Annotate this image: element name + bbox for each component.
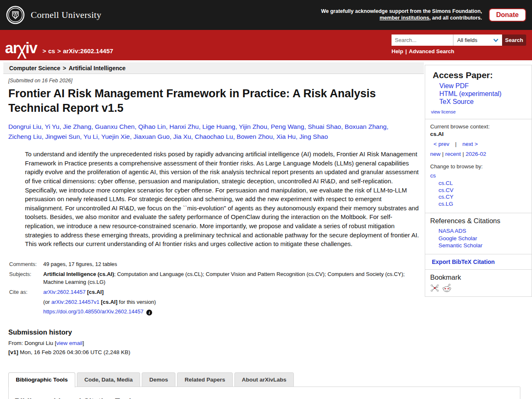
labs-tab[interactable]: Bibliographic Tools (8, 372, 75, 387)
author-link[interactable]: Qihao Lin (138, 123, 166, 130)
cornell-logo-link[interactable]: Cornell University (6, 5, 101, 25)
references-title: References & Citations (430, 217, 527, 225)
cite-label: Cite as: (9, 287, 43, 297)
browse-sub-link[interactable]: cs.CL (438, 180, 453, 186)
donate-button[interactable]: Donate (489, 8, 526, 22)
subsection-link[interactable]: Artificial Intelligence (69, 65, 126, 71)
arxiv-nav: arχiv >cs>arXiv:2602.14457 All fields Se… (0, 30, 532, 60)
references-links: NASA ADSGoogle ScholarSemantic Scholar (438, 227, 527, 249)
breadcrumb-separator: > (63, 65, 66, 71)
author-link[interactable]: Bowen Zhou (236, 133, 273, 140)
submission-history-heading: Submission history (8, 328, 424, 336)
advanced-search-link[interactable]: Advanced Search (409, 48, 454, 54)
bibsonomy-icon[interactable] (430, 284, 439, 292)
metadata-table: Comments: 49 pages, 17 figures, 12 table… (9, 260, 413, 317)
doi-row: https://doi.org/10.48550/arXiv.2602.1445… (9, 307, 413, 317)
author-link[interactable]: Jiaxuan Guo (133, 133, 170, 140)
author-link[interactable]: Chaochao Lu (195, 133, 233, 140)
subject-breadcrumb: Computer Science>Artificial Intelligence (3, 62, 424, 74)
reference-link-item: NASA ADS (438, 227, 527, 235)
author-link[interactable]: Hanxi Zhu (170, 123, 199, 130)
breadcrumb-separator: > (42, 47, 46, 54)
new-link[interactable]: new (430, 151, 441, 157)
cite-arxiv-id-link[interactable]: arXiv:2602.14457 (43, 289, 86, 295)
access-link-item: HTML (experimental) (439, 90, 527, 98)
author-link[interactable]: Yijin Zhou (239, 123, 267, 130)
browse-sub-link[interactable]: cs.CV (438, 187, 453, 193)
nav-breadcrumb: >cs>arXiv:2602.14457 (40, 47, 113, 54)
labs-tab-label[interactable]: Bibliographic Tools (8, 372, 75, 387)
labs-tab[interactable]: About arXivLabs (234, 372, 294, 387)
cite-version-link[interactable]: arXiv:2602.14457v1 (52, 299, 100, 305)
subjects-label: Subjects: (9, 270, 43, 288)
cornell-header: Cornell University We gratefully acknowl… (0, 0, 532, 30)
author-link[interactable]: Shuai Shao (308, 123, 341, 130)
recent-link[interactable]: recent (445, 151, 461, 157)
search-input[interactable] (392, 34, 453, 46)
author-link[interactable]: Dongrui Liu (8, 123, 41, 130)
author-link[interactable]: Lige Huang (202, 123, 235, 130)
subjects-value: Artificial Intelligence (cs.AI); Computa… (43, 270, 413, 288)
submitted-date: [Submitted on 16 Feb 2026] (8, 78, 424, 84)
info-icon[interactable]: i (146, 310, 152, 315)
author-link[interactable]: Peng Wang (271, 123, 304, 130)
reference-link[interactable]: NASA ADS (438, 228, 466, 234)
browse-sub-item: cs.CY (438, 194, 527, 201)
author-link[interactable]: Jing Shao (299, 133, 328, 140)
arxiv-logo[interactable]: arχiv (5, 39, 37, 57)
labs-tab-label[interactable]: About arXivLabs (234, 372, 294, 387)
author-link[interactable]: Jie Zhang (63, 123, 91, 130)
references-citations-box: References & Citations NASA ADSGoogle Sc… (425, 213, 532, 254)
next-link[interactable]: next > (462, 141, 478, 147)
pipe-separator: | (463, 151, 464, 157)
labs-tab-bar: Bibliographic ToolsCode, Data, MediaDemo… (8, 372, 424, 387)
access-link[interactable]: HTML (experimental) (439, 90, 502, 97)
doi-link[interactable]: https://doi.org/10.48550/arXiv.2602.1445… (43, 308, 143, 315)
section-link[interactable]: Computer Science (9, 65, 60, 71)
reddit-icon[interactable] (442, 283, 452, 293)
author-link[interactable]: Yu Li (84, 133, 98, 140)
author-link[interactable]: Yuejin Xie (101, 133, 130, 140)
browse-context-label: Current browse context: (430, 123, 527, 130)
labs-tab[interactable]: Related Papers (177, 372, 233, 387)
prev-link[interactable]: < prev (433, 141, 449, 147)
author-link[interactable]: Xia Hu (276, 133, 296, 140)
search-help-row: Help|Advanced Search (392, 48, 526, 54)
cite-version-row: (or arXiv:2602.14457v1 [cs.AI] for this … (9, 297, 413, 307)
help-link[interactable]: Help (392, 48, 403, 54)
search-button[interactable]: Search (502, 34, 526, 46)
author-link[interactable]: Yi Yu (45, 123, 59, 130)
labs-tab-label[interactable]: Code, Data, Media (77, 372, 140, 387)
version-prefix: (or (43, 299, 52, 305)
access-link[interactable]: TeX Source (439, 98, 474, 105)
paper-column: Computer Science>Artificial Intelligence… (0, 62, 424, 399)
arxiv-logo-chi: χ (17, 42, 27, 55)
labs-tab[interactable]: Code, Data, Media (77, 372, 140, 387)
export-bibtex-link[interactable]: Export BibTeX Citation (432, 259, 495, 265)
view-email-link[interactable]: view email (57, 340, 83, 346)
nav-cs-link[interactable]: cs (48, 47, 55, 54)
labs-tab-label[interactable]: Related Papers (177, 372, 233, 387)
browse-cs-link[interactable]: cs (430, 172, 436, 179)
submission-from: From: Dongrui Liu [view email] (8, 340, 424, 346)
author-link[interactable]: Jingwei Sun (45, 133, 80, 140)
v1-text: Mon, 16 Feb 2026 04:30:06 UTC (2,248 KB) (18, 349, 130, 355)
search-field-select[interactable]: All fields (453, 34, 502, 46)
access-link[interactable]: View PDF (439, 82, 469, 89)
labs-tab-label[interactable]: Demos (142, 372, 175, 387)
author-link[interactable]: Zicheng Liu (8, 133, 42, 140)
author-link[interactable]: Jia Xu (173, 133, 191, 140)
view-license-link[interactable]: view license (431, 109, 456, 114)
member-institutions-link[interactable]: member institutions (379, 15, 429, 21)
month-link[interactable]: 2026-02 (466, 151, 486, 157)
reference-link[interactable]: Google Scholar (438, 235, 477, 241)
author-link[interactable]: Boxuan Zhang (345, 123, 387, 130)
labs-tab[interactable]: Demos (142, 372, 175, 387)
cite-row: Cite as: arXiv:2602.14457 [cs.AI] (9, 287, 413, 297)
authors-list: Dongrui Liu, Yi Yu, Jie Zhang, Guanxu Ch… (8, 122, 407, 142)
browse-sub-link[interactable]: cs.CY (438, 194, 453, 200)
author-link[interactable]: Guanxu Chen (95, 123, 135, 130)
reference-link[interactable]: Semantic Scholar (438, 242, 483, 249)
browse-sub-link[interactable]: cs.LG (438, 201, 453, 207)
prev-next-nav: < prev|next > (430, 141, 527, 147)
